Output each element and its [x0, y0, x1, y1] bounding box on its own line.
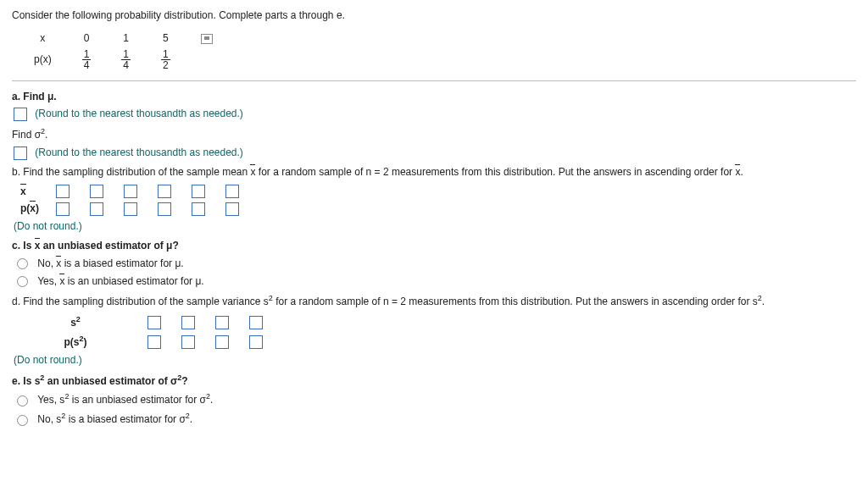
hint-round-a2: (Round to the nearest thousandth as need…	[35, 147, 243, 158]
distribution-table: x 0 1 5 p(x) 14 14 12	[19, 30, 228, 72]
hint-round-a1: (Round to the nearest thousandth as need…	[35, 108, 243, 119]
part-e-title: e. Is s2 an unbiased estimator of σ2?	[12, 373, 856, 389]
xbar-p-5[interactable]	[192, 202, 205, 216]
s2-p-3[interactable]	[215, 335, 229, 349]
s2-v-1[interactable]	[147, 316, 161, 329]
xbar-p-3[interactable]	[124, 202, 137, 216]
part-a-title: a. Find μ.	[12, 90, 856, 104]
xbar-table: x p(x)	[20, 183, 259, 218]
flag-icon[interactable]	[201, 34, 213, 44]
s2-p-2[interactable]	[181, 335, 195, 349]
xbar-p-2[interactable]	[90, 202, 103, 216]
radio-icon	[17, 415, 28, 426]
xbar-x-2[interactable]	[90, 185, 103, 198]
xbar-x-6[interactable]	[225, 185, 239, 198]
hint-b: (Do not round.)	[14, 219, 856, 234]
question-prompt: Consider the following probability distr…	[12, 8, 856, 23]
s2-table: s2 p(s2)	[20, 312, 283, 351]
sigma2-input[interactable]	[14, 147, 27, 160]
hint-d: (Do not round.)	[14, 353, 856, 368]
e-option-no[interactable]: No, s2 is a biased estimator for σ2.	[17, 411, 856, 427]
c-option-yes[interactable]: Yes, x is an unbiased estimator for μ.	[17, 274, 856, 289]
xbar-x-3[interactable]	[124, 185, 137, 198]
xbar-p-6[interactable]	[225, 202, 239, 216]
xbar-x-1[interactable]	[56, 185, 70, 198]
px-label: p(x)	[19, 47, 67, 72]
x-label: x	[19, 30, 67, 47]
xbar-x-4[interactable]	[158, 185, 171, 198]
xbar-p-4[interactable]	[158, 202, 171, 216]
find-sigma2: Find σ2.	[12, 126, 856, 142]
s2-v-2[interactable]	[181, 316, 195, 329]
xbar-p-1[interactable]	[56, 202, 70, 216]
radio-icon	[17, 276, 28, 287]
s2-v-3[interactable]	[215, 316, 229, 329]
part-c-title: c. Is x an unbiased estimator of μ?	[12, 239, 856, 253]
xbar-x-5[interactable]	[192, 185, 205, 198]
radio-icon	[17, 395, 28, 406]
s2-v-4[interactable]	[249, 316, 263, 329]
s2-p-1[interactable]	[147, 335, 161, 349]
part-b-title: b. Find the sampling distribution of the…	[12, 165, 856, 180]
s2-p-4[interactable]	[249, 335, 263, 349]
c-option-no[interactable]: No, x is a biased estimator for μ.	[17, 257, 856, 271]
radio-icon	[17, 258, 28, 269]
e-option-yes[interactable]: Yes, s2 is an unbiased estimator for σ2.	[17, 391, 856, 407]
part-d-title: d. Find the sampling distribution of the…	[12, 293, 856, 309]
divider	[12, 80, 856, 81]
mu-input[interactable]	[14, 108, 27, 121]
